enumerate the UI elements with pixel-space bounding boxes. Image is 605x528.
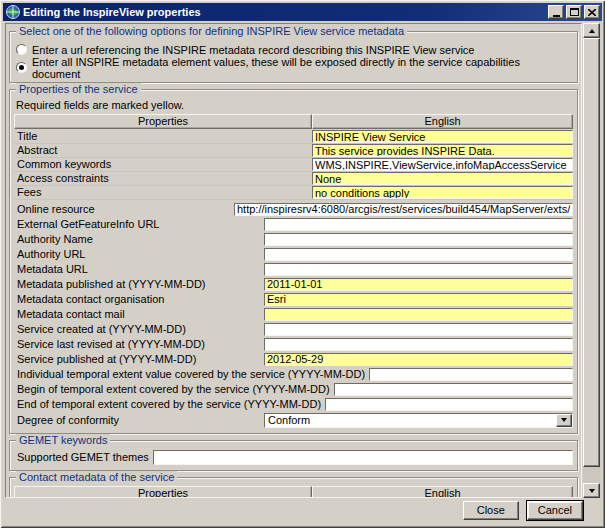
field-row: Service created at (YYYY-MM-DD) <box>14 322 573 336</box>
required-fields-note: Required fields are marked yellow. <box>16 99 571 111</box>
title-field[interactable] <box>312 130 573 143</box>
field-row: Metadata contact organisation <box>14 292 573 306</box>
metadata-contact-organisation-field[interactable] <box>264 293 573 306</box>
scrollbar-thumb[interactable] <box>583 38 600 467</box>
radio-button-icon[interactable] <box>16 44 27 55</box>
radio-button-selected-icon[interactable] <box>16 62 27 73</box>
scroll-down-icon[interactable] <box>583 483 600 498</box>
online-resource-field[interactable] <box>234 203 573 216</box>
radio-label: Enter a url referencing the INSPIRE meta… <box>32 44 474 56</box>
abstract-field[interactable] <box>312 144 573 157</box>
access-constraints-field[interactable] <box>312 172 573 185</box>
button-row: Close Cancel <box>463 500 583 520</box>
radio-option-elements[interactable]: Enter all INSPIRE metadata element value… <box>16 60 571 75</box>
table-header: Properties English <box>14 114 573 129</box>
header-properties: Properties <box>14 486 312 498</box>
header-english: English <box>312 486 573 498</box>
window-title: Editing the InspireView properties <box>23 6 548 18</box>
cancel-button[interactable]: Cancel <box>527 501 583 520</box>
end-temporal-extent-field[interactable] <box>325 398 573 411</box>
metadata-options-group: Select one of the following options for … <box>9 31 578 83</box>
radio-label: Enter all INSPIRE metadata element value… <box>32 56 571 80</box>
table-header: Properties English <box>14 486 573 498</box>
service-last-revised-at-field[interactable] <box>264 338 573 351</box>
gemet-themes-label: Supported GEMET themes <box>14 451 153 463</box>
field-row: Metadata URL <box>14 262 573 276</box>
fees-field[interactable] <box>312 186 573 199</box>
common-keywords-field[interactable] <box>312 158 573 171</box>
scroll-up-icon[interactable] <box>583 23 600 38</box>
group-title: GEMET keywords <box>16 434 110 446</box>
title-bar: Editing the InspireView properties <box>3 3 602 21</box>
supported-gemet-themes-field[interactable] <box>153 450 573 465</box>
maximize-icon[interactable] <box>566 5 582 19</box>
field-row: Authority Name <box>14 232 573 246</box>
app-globe-icon <box>6 5 20 19</box>
header-english: English <box>312 114 573 129</box>
field-row: Begin of temporal extent covered by the … <box>14 382 573 396</box>
chevron-down-icon[interactable] <box>556 414 572 427</box>
field-row: Individual temporal extent value covered… <box>14 367 573 381</box>
group-title: Contact metadata of the service <box>16 471 177 483</box>
authority-url-field[interactable] <box>264 248 573 261</box>
metadata-published-at-field[interactable] <box>264 278 573 291</box>
degree-of-conformity-dropdown[interactable]: Conform <box>264 413 573 428</box>
gemet-keywords-group: GEMET keywords Supported GEMET themes <box>9 440 578 471</box>
service-published-at-field[interactable] <box>264 353 573 366</box>
dialog-window: Editing the InspireView properties Selec… <box>0 0 605 528</box>
field-row: Metadata contact mail <box>14 307 573 321</box>
field-row: External GetFeatureInfo URL <box>14 217 573 231</box>
group-title: Select one of the following options for … <box>16 25 407 37</box>
field-row: Service published at (YYYY-MM-DD) <box>14 352 573 366</box>
field-row: Metadata published at (YYYY-MM-DD) <box>14 277 573 291</box>
table-row: Access constraints <box>14 172 573 186</box>
table-row: Common keywords <box>14 158 573 172</box>
field-row: End of temporal extent covered by the se… <box>14 397 573 411</box>
table-row: Fees <box>14 186 573 200</box>
metadata-contact-mail-field[interactable] <box>264 308 573 321</box>
service-created-at-field[interactable] <box>264 323 573 336</box>
close-icon[interactable] <box>584 5 600 19</box>
close-button[interactable]: Close <box>463 501 519 520</box>
field-row: Service last revised at (YYYY-MM-DD) <box>14 337 573 351</box>
authority-name-field[interactable] <box>264 233 573 246</box>
minimize-icon[interactable] <box>548 5 564 19</box>
contact-metadata-group: Contact metadata of the service Properti… <box>9 477 578 498</box>
group-title: Properties of the service <box>16 83 141 95</box>
table-row: Title <box>14 130 573 144</box>
begin-temporal-extent-field[interactable] <box>334 383 573 396</box>
vertical-scrollbar[interactable] <box>583 23 600 498</box>
table-row: Abstract <box>14 144 573 158</box>
field-row: Authority URL <box>14 247 573 261</box>
service-properties-group: Properties of the service Required field… <box>9 89 578 434</box>
external-getfeatureinfo-url-field[interactable] <box>264 218 573 231</box>
header-properties: Properties <box>14 114 312 129</box>
field-row: Degree of conformity Conform <box>14 412 573 428</box>
field-row: Online resource <box>14 202 573 216</box>
dialog-client-area: Select one of the following options for … <box>3 21 602 525</box>
individual-temporal-extent-field[interactable] <box>369 368 573 381</box>
metadata-url-field[interactable] <box>264 263 573 276</box>
scroll-content: Select one of the following options for … <box>5 23 582 498</box>
